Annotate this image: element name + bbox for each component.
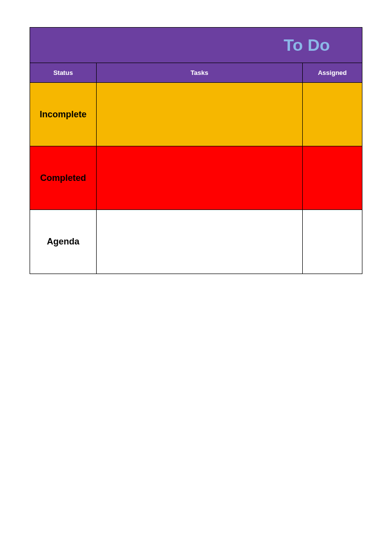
- tasks-cell: [97, 210, 303, 274]
- table-row: Incomplete: [30, 83, 362, 146]
- table-row: Completed: [30, 146, 362, 210]
- todo-table: To Do Status Tasks Assigned Incomplete C…: [30, 27, 362, 274]
- assigned-cell: [303, 146, 362, 209]
- tasks-cell: [97, 83, 303, 146]
- title-row: To Do: [30, 28, 362, 63]
- header-row: Status Tasks Assigned: [30, 63, 362, 83]
- assigned-cell: [303, 83, 362, 146]
- table-title: To Do: [284, 35, 330, 55]
- status-label: Completed: [38, 173, 88, 183]
- header-status: Status: [30, 63, 97, 82]
- tasks-cell: [97, 146, 303, 209]
- status-cell: Incomplete: [30, 83, 97, 146]
- status-label: Agenda: [45, 237, 81, 247]
- header-tasks: Tasks: [97, 63, 303, 82]
- status-label: Incomplete: [37, 109, 88, 120]
- table-row: Agenda: [30, 210, 362, 274]
- assigned-cell: [303, 210, 362, 274]
- status-cell: Agenda: [30, 210, 97, 274]
- status-cell: Completed: [30, 146, 97, 209]
- header-assigned: Assigned: [303, 63, 362, 82]
